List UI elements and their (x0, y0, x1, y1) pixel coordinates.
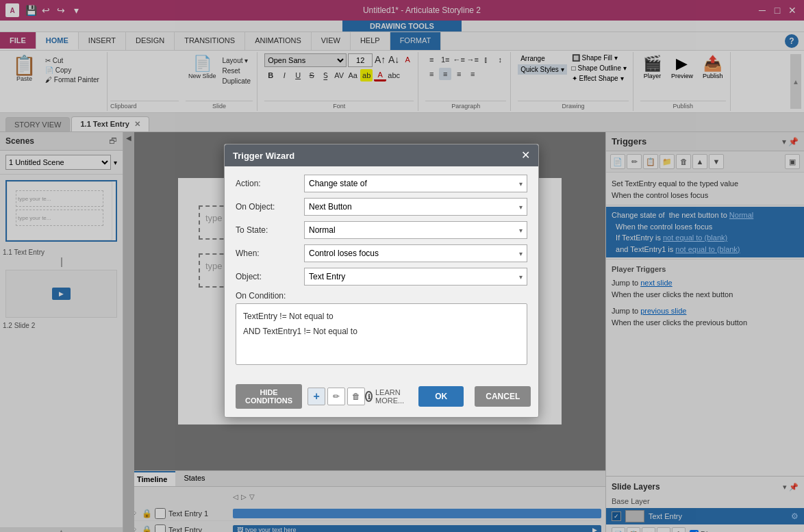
when-row: When: Control loses focus ▾ (236, 244, 527, 262)
object-arrow: ▾ (519, 273, 523, 281)
learn-icon: ℹ (365, 391, 373, 402)
dialog-close-btn[interactable]: ✕ (521, 150, 530, 161)
dialog-title: Trigger Wizard (233, 151, 294, 161)
action-select[interactable]: Change state of ▾ (304, 175, 527, 192)
object-row: Object: Text Entry ▾ (236, 268, 527, 286)
object-select[interactable]: Text Entry ▾ (304, 268, 527, 286)
ok-button[interactable]: OK (418, 386, 464, 407)
on-object-label: On Object: (236, 202, 304, 212)
condition-line-2: AND TextEntry1 != Not equal to (243, 325, 520, 340)
condition-delete-btn[interactable]: 🗑 (347, 388, 365, 405)
condition-box: TextEntry != Not equal to AND TextEntry1… (236, 303, 527, 365)
action-arrow: ▾ (519, 180, 523, 188)
to-state-arrow: ▾ (519, 227, 523, 234)
to-state-select[interactable]: Normal ▾ (304, 221, 527, 239)
when-arrow: ▾ (519, 250, 523, 257)
condition-edit-btn[interactable]: ✏ (327, 388, 345, 405)
to-state-row: To State: Normal ▾ (236, 221, 527, 239)
on-object-select[interactable]: Next Button ▾ (304, 198, 527, 216)
hide-conditions-btn[interactable]: HIDE CONDITIONS (236, 384, 302, 409)
action-label: Action: (236, 179, 304, 188)
learn-more-btn[interactable]: ℹ LEARN MORE... (365, 388, 407, 405)
object-label: Object: (236, 272, 304, 281)
trigger-wizard-dialog: Trigger Wizard ✕ Action: Change state of… (224, 144, 539, 418)
when-label: When: (236, 249, 304, 258)
action-row: Action: Change state of ▾ (236, 175, 527, 192)
condition-line-1: TextEntry != Not equal to (243, 309, 520, 325)
on-condition-label: On Condition: (236, 291, 527, 301)
dialog-footer: HIDE CONDITIONS + ✏ 🗑 ℹ LEARN MORE... OK… (225, 379, 538, 417)
when-select[interactable]: Control loses focus ▾ (304, 244, 527, 262)
to-state-label: To State: (236, 225, 304, 235)
on-object-row: On Object: Next Button ▾ (236, 198, 527, 216)
dialog-overlay: Trigger Wizard ✕ Action: Change state of… (0, 0, 804, 532)
cancel-button[interactable]: CANCEL (475, 386, 531, 407)
on-object-arrow: ▾ (519, 203, 523, 211)
condition-add-btn[interactable]: + (307, 388, 325, 405)
dialog-header: Trigger Wizard ✕ (225, 144, 538, 166)
